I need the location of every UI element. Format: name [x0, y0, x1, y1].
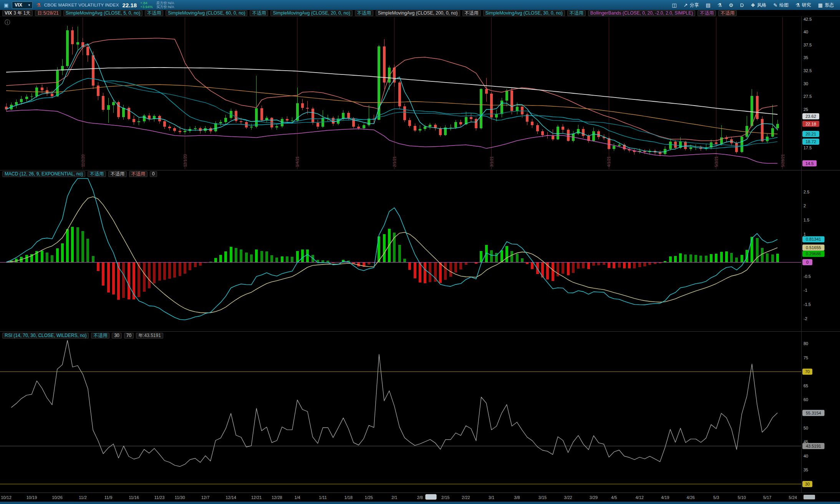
rsi-study-chip[interactable]: RSI (14, 70, 30, CLOSE, WILDERS, no)	[2, 333, 89, 339]
axis-corner-button[interactable]	[804, 495, 815, 499]
svg-text:3/15: 3/15	[538, 495, 547, 500]
symbol-caret-icon[interactable]: ▾	[28, 3, 30, 7]
svg-text:70: 70	[805, 369, 810, 374]
svg-text:60: 60	[804, 397, 808, 402]
lab-button[interactable]: ⚗	[717, 2, 722, 8]
svg-text:11/30: 11/30	[175, 495, 185, 500]
settings-button[interactable]: ⚙	[729, 2, 733, 8]
svg-text:37.5: 37.5	[804, 43, 812, 47]
svg-text:23.62: 23.62	[805, 114, 816, 119]
symbol-lab-icon[interactable]: ⚗	[36, 2, 41, 8]
chart-canvas[interactable]: 11/2/2012/1/201/4/212/1/213/1/214/1/215/…	[0, 17, 840, 502]
studies-button[interactable]: ⚗研究	[795, 2, 811, 8]
study-chip-3[interactable]: SimpleMovingAvg (CLOSE, 200, 0, no)	[376, 10, 460, 16]
macd-axis: 2.521.51-0.5-1-1.5-20.813410.516550.2968…	[802, 190, 825, 321]
style-button-label: 风格	[757, 2, 766, 8]
svg-text:5/3/21: 5/3/21	[714, 156, 719, 167]
draw-button-label: 绘图	[779, 2, 789, 8]
toolbar-actions: ◫↗分享▤⚗⚙D❖风格✎绘图⚗研究▦形态	[672, 2, 836, 8]
macd-study-chip[interactable]: MACD (12, 26, 9, EXPONENTIAL, no)	[2, 171, 85, 177]
bottom-splitter-bar[interactable]	[0, 502, 840, 504]
svg-text:32.5: 32.5	[804, 68, 812, 73]
svg-text:11/16: 11/16	[129, 495, 139, 500]
svg-text:2/15: 2/15	[441, 495, 449, 500]
study-badge-0-0[interactable]: 不适用	[145, 10, 163, 16]
print-button[interactable]: ▤	[706, 2, 710, 8]
study-chip-5[interactable]: BollingerBands (CLOSE, 0, 20, -2.0, 2.0,…	[588, 10, 695, 16]
macd-label-row: MACD (12, 26, 9, EXPONENTIAL, no)不适用不适用不…	[2, 171, 157, 177]
chart-area[interactable]: 11/2/2012/1/201/4/212/1/213/1/214/1/215/…	[0, 17, 840, 502]
time-axis: 10/1210/1910/2611/211/911/1611/2311/3012…	[1, 494, 815, 500]
svg-text:10/26: 10/26	[52, 495, 63, 500]
study-badge-3-0[interactable]: 不适用	[462, 10, 481, 16]
svg-text:-1: -1	[804, 288, 807, 292]
studies-button-icon: ⚗	[795, 2, 800, 8]
draw-button-icon: ✎	[773, 2, 777, 8]
timeframe-symbol: VIX	[5, 11, 12, 16]
svg-text:75: 75	[804, 355, 808, 360]
layout-d-button[interactable]: D	[740, 2, 744, 8]
svg-text:3/22: 3/22	[564, 495, 572, 500]
symbol-input[interactable]: VIX ▾	[12, 2, 33, 9]
time-axis-scroll-thumb[interactable]	[426, 494, 436, 499]
chart-type-button-icon: ◫	[672, 2, 676, 8]
svg-text:22.18: 22.18	[805, 122, 816, 126]
symbol-value: VIX	[15, 2, 22, 8]
svg-text:1/4: 1/4	[294, 495, 300, 500]
study-chip-4[interactable]: SimpleMovingAvg (CLOSE, 30, 0, no)	[483, 10, 565, 16]
study-badge-4-0[interactable]: 不适用	[567, 10, 586, 16]
rsi-badge-2[interactable]: 70	[124, 333, 134, 339]
info-icon[interactable]: ⓘ	[5, 19, 10, 26]
study-badge-1-0[interactable]: 不适用	[250, 10, 268, 16]
svg-text:4/26: 4/26	[686, 495, 694, 500]
study-chip-1[interactable]: SimpleMovingAvg (CLOSE, 60, 0, no)	[166, 10, 247, 16]
svg-text:4/19: 4/19	[661, 495, 669, 500]
svg-text:5/24: 5/24	[789, 495, 797, 500]
style-button[interactable]: ❖风格	[751, 2, 766, 8]
study-badge-5-0[interactable]: 不适用	[698, 10, 716, 16]
svg-text:27.5: 27.5	[804, 94, 812, 99]
macd-badge-1[interactable]: 不适用	[108, 171, 127, 177]
svg-text:20.21: 20.21	[805, 132, 816, 136]
pattern-button[interactable]: ▦形态	[818, 2, 834, 8]
draw-button[interactable]: ✎绘图	[773, 2, 789, 8]
svg-text:25: 25	[804, 107, 808, 112]
svg-text:5/17: 5/17	[763, 495, 771, 500]
svg-text:2.5: 2.5	[804, 190, 809, 194]
study-chip-0[interactable]: SimpleMovingAvg (CLOSE, 5, 0, no)	[63, 10, 143, 16]
settings-button-icon: ⚙	[729, 2, 733, 8]
study-badge-5-1[interactable]: 不适用	[718, 10, 737, 16]
svg-text:50: 50	[804, 426, 808, 430]
rsi-badge-3[interactable]: 年:43.5191	[136, 333, 163, 339]
svg-text:2/22: 2/22	[462, 495, 470, 500]
macd-badge-2[interactable]: 不适用	[129, 171, 147, 177]
last-price: 22.18	[123, 2, 137, 8]
svg-text:3/1/21: 3/1/21	[490, 156, 494, 167]
svg-text:2/1/21: 2/1/21	[393, 156, 397, 167]
svg-text:11/2: 11/2	[79, 495, 87, 500]
rsi-badge-0[interactable]: 不适用	[91, 333, 109, 339]
date-chip[interactable]: 日:5/28/21	[35, 10, 61, 16]
rsi-badge-1[interactable]: 30	[112, 333, 121, 339]
svg-text:14.5: 14.5	[805, 161, 813, 166]
app-icon[interactable]: ▣	[4, 2, 8, 8]
svg-text:11/2/20: 11/2/20	[81, 154, 85, 167]
svg-text:12/21: 12/21	[251, 495, 262, 500]
timeframe-chip[interactable]: VIX3 年 1天	[2, 10, 33, 16]
svg-text:40: 40	[804, 30, 808, 34]
study-chip-2[interactable]: SimpleMovingAvg (CLOSE, 20, 0, no)	[270, 10, 352, 16]
svg-text:4/5: 4/5	[611, 495, 617, 500]
share-button-label: 分享	[689, 2, 699, 8]
svg-text:1/18: 1/18	[344, 495, 352, 500]
svg-text:4/12: 4/12	[635, 495, 643, 500]
share-button[interactable]: ↗分享	[684, 2, 699, 8]
svg-text:1.5: 1.5	[804, 218, 809, 222]
macd-badge-0[interactable]: 不适用	[88, 171, 106, 177]
svg-text:42.5: 42.5	[804, 17, 812, 21]
study-badge-2-0[interactable]: 不适用	[355, 10, 373, 16]
pattern-button-label: 形态	[825, 2, 834, 8]
svg-text:-0.5: -0.5	[804, 274, 811, 279]
macd-badge-3[interactable]: 0	[150, 171, 157, 177]
svg-text:35: 35	[804, 55, 808, 60]
chart-type-button[interactable]: ◫	[672, 2, 676, 8]
